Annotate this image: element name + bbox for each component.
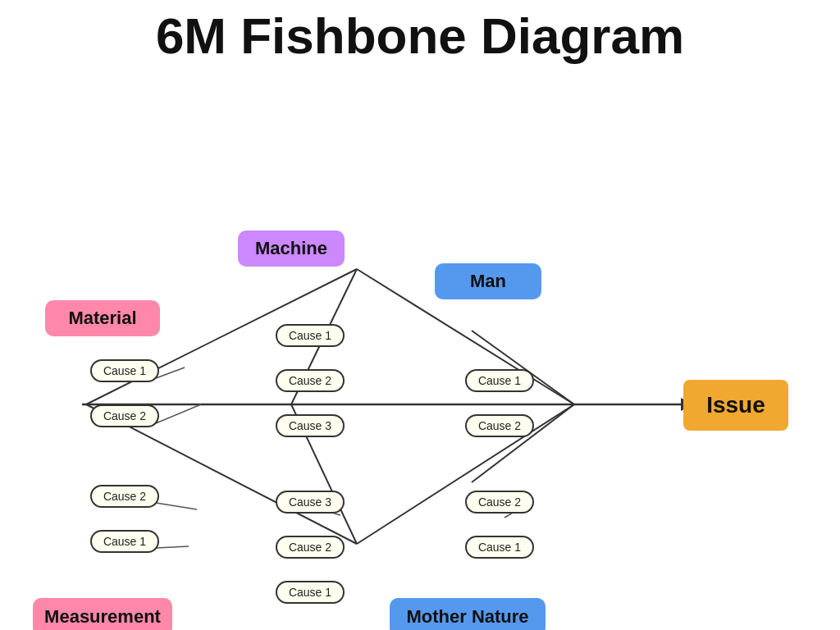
cause-methods-1: Cause 1 (276, 581, 345, 604)
machine-label: Machine (238, 231, 345, 267)
issue-label: Issue (683, 380, 788, 431)
cause-machine-3: Cause 3 (276, 414, 345, 437)
cause-measurement-2: Cause 2 (90, 485, 159, 508)
svg-line-9 (156, 368, 185, 378)
cause-mother-1: Cause 1 (465, 536, 534, 559)
man-label: Man (435, 263, 541, 299)
cause-measurement-1: Cause 1 (90, 530, 159, 553)
svg-line-10 (156, 404, 201, 423)
material-label: Material (45, 300, 160, 336)
cause-methods-2: Cause 2 (276, 536, 345, 559)
cause-methods-3: Cause 3 (276, 491, 345, 514)
cause-mother-2: Cause 2 (465, 491, 534, 514)
svg-line-17 (156, 546, 189, 548)
cause-material-1: Cause 1 (90, 359, 159, 382)
page-title: 6M Fishbone Diagram (0, 0, 840, 64)
measurement-label: Measurement (33, 598, 172, 630)
svg-line-4 (472, 331, 574, 404)
cause-man-2: Cause 2 (465, 414, 534, 437)
fishbone-diagram: Machine Man Material Measurement Methods… (0, 142, 840, 630)
cause-material-2: Cause 2 (90, 404, 159, 427)
cause-machine-2: Cause 2 (276, 369, 345, 392)
cause-man-1: Cause 1 (465, 369, 534, 392)
cause-machine-1: Cause 1 (276, 324, 345, 347)
mother-nature-label: Mother Nature (390, 598, 546, 630)
svg-line-16 (156, 503, 197, 509)
